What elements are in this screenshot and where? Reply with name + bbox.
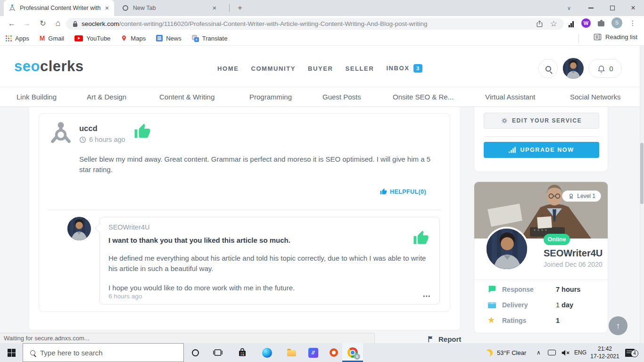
taskbar-search[interactable] xyxy=(23,343,184,362)
bookmark-translate[interactable]: Gx Translate xyxy=(192,35,228,42)
scroll-to-top-button[interactable]: ↑ xyxy=(609,316,627,335)
home-icon[interactable]: ⌂ xyxy=(52,17,64,30)
edit-service-label: EDIT YOUR SERVICE xyxy=(512,117,582,124)
browser-menu-icon[interactable]: ⋮ xyxy=(629,19,636,27)
nav-community[interactable]: COMMUNITY xyxy=(251,65,296,72)
seller-profile-card: Level 1 Online SEOWriter4U Joined Dec 06… xyxy=(474,181,608,333)
microsoft-store-button[interactable] xyxy=(232,343,253,362)
nav-home[interactable]: HOME xyxy=(217,65,239,72)
chrome-button-active[interactable]: S xyxy=(342,343,363,362)
bookmark-label: Apps xyxy=(15,35,29,42)
flag-icon xyxy=(427,335,435,343)
reply-paragraph: He defined me everything about his artic… xyxy=(108,253,427,274)
nav-inbox[interactable]: INBOX3 xyxy=(386,64,422,73)
window-close-button[interactable]: × xyxy=(622,0,644,16)
language-button[interactable]: ENG xyxy=(574,343,586,362)
gear-icon xyxy=(501,117,508,124)
app-slashes-button[interactable]: // xyxy=(303,343,323,362)
edit-service-button[interactable]: EDIT YOUR SERVICE xyxy=(484,113,599,129)
cortana-button[interactable] xyxy=(185,343,206,362)
category-guest-posts[interactable]: Guest Posts xyxy=(322,93,361,101)
back-icon[interactable]: ← xyxy=(6,17,18,30)
tray-device-button[interactable] xyxy=(548,343,556,362)
reviewer-avatar xyxy=(49,121,73,146)
user-avatar[interactable] xyxy=(563,58,584,79)
upgrade-now-button[interactable]: UPGRADE NOW xyxy=(484,142,599,158)
browser-tab-seoclerks[interactable]: Professinal Content Writer with A × xyxy=(4,0,114,16)
bookmark-star-icon[interactable]: ☆ xyxy=(550,19,557,29)
bookmark-apps[interactable]: Apps xyxy=(6,35,29,42)
browser-status-bar: Waiting for secure.adnxs.com... xyxy=(0,333,375,343)
category-onsite-seo[interactable]: Onsite SEO & Re... xyxy=(393,93,454,101)
extension-w-icon[interactable]: W xyxy=(581,18,591,28)
bookmark-gmail[interactable]: M Gmail xyxy=(40,34,65,42)
edge-icon xyxy=(262,348,272,358)
category-social-networks[interactable]: Social Networks xyxy=(570,93,621,101)
nav-buyer[interactable]: BUYER xyxy=(308,65,333,72)
divider xyxy=(48,210,441,210)
tab-close-icon[interactable]: × xyxy=(103,4,111,12)
tab-close-icon[interactable]: × xyxy=(210,4,219,12)
chrome-profile-badge: S xyxy=(354,354,360,360)
extensions-area: W S ⋮ xyxy=(569,17,636,28)
share-icon[interactable] xyxy=(536,20,544,28)
stat-label: Delivery xyxy=(502,301,528,309)
positive-rating-thumb-icon xyxy=(134,123,151,140)
address-bar[interactable]: seoclerk.com/content-writing/1116020/Pro… xyxy=(66,18,564,30)
reading-list-button[interactable]: Reading list xyxy=(594,33,637,41)
stat-label: Response xyxy=(502,286,534,293)
bell-icon xyxy=(597,64,606,73)
scrollbar-thumb[interactable] xyxy=(640,143,644,204)
youtube-icon xyxy=(74,35,83,41)
file-explorer-button[interactable] xyxy=(281,343,302,362)
taskbar-search-input[interactable] xyxy=(40,349,158,357)
helpful-button[interactable]: HELPFUL(0) xyxy=(380,188,426,195)
clock-button[interactable]: 21:42 17-12-2021 xyxy=(590,345,619,360)
tab-title: New Tab xyxy=(133,5,208,11)
window-minimize-button[interactable] xyxy=(580,0,602,16)
tab-search-chevron-icon[interactable]: ∨ xyxy=(558,0,580,16)
notifications-button[interactable]: 0 xyxy=(588,59,622,78)
report-button[interactable]: Report xyxy=(427,335,461,343)
category-content-writing[interactable]: Content & Writing xyxy=(159,93,215,101)
volume-muted-button[interactable] xyxy=(561,343,570,362)
bookmarks-bar: Apps M Gmail YouTube Maps News Gx Transl… xyxy=(0,31,644,46)
category-link-building[interactable]: Link Building xyxy=(17,93,57,101)
weather-button[interactable]: 53°F Clear xyxy=(486,343,526,362)
window-maximize-button[interactable] xyxy=(602,0,623,16)
reply-author[interactable]: SEOWriter4U xyxy=(108,223,431,231)
forward-icon[interactable]: → xyxy=(21,17,33,30)
bookmark-youtube[interactable]: YouTube xyxy=(74,35,110,42)
task-view-icon xyxy=(213,348,223,357)
store-icon xyxy=(238,348,247,357)
browser-profile-avatar[interactable]: S xyxy=(611,17,622,28)
nav-seller[interactable]: SELLER xyxy=(345,65,374,72)
reply-more-button[interactable]: ••• xyxy=(423,294,431,299)
office-button[interactable] xyxy=(323,343,344,362)
browser-tab-newtab[interactable]: New Tab × xyxy=(117,0,226,16)
bookmark-maps[interactable]: Maps xyxy=(121,34,146,42)
edge-button[interactable] xyxy=(256,343,277,362)
tray-chevron-icon[interactable]: ∧ xyxy=(537,343,541,362)
site-search-button[interactable] xyxy=(538,59,558,78)
category-virtual-assistant[interactable]: Virtual Assistant xyxy=(485,93,535,101)
new-tab-button[interactable]: + xyxy=(234,2,246,14)
category-art-design[interactable]: Art & Design xyxy=(87,93,126,101)
windows-taskbar: // S 53°F Clear ∧ ENG 21:42 17-12-2021 4 xyxy=(0,343,644,362)
positive-rating-thumb-icon xyxy=(413,230,429,246)
category-programming[interactable]: Programming xyxy=(249,93,292,101)
search-icon xyxy=(30,350,35,355)
reload-icon[interactable]: ↻ xyxy=(37,17,49,30)
logo-seo: seo xyxy=(14,58,40,74)
seller-name[interactable]: SEOWriter4U xyxy=(544,248,603,259)
bookmark-news[interactable]: News xyxy=(156,35,182,42)
task-view-button[interactable] xyxy=(207,343,228,362)
start-button[interactable] xyxy=(0,343,23,362)
review-card: uccd 6 hours ago Seller blew my mind awa… xyxy=(39,113,450,312)
extensions-puzzle-icon[interactable] xyxy=(598,21,604,26)
action-center-button[interactable]: 4 xyxy=(625,343,635,362)
seoclerks-logo[interactable]: seoclerks xyxy=(14,58,84,75)
extension-signal-icon[interactable] xyxy=(569,19,574,27)
reviewer-name[interactable]: uccd xyxy=(79,124,98,133)
stat-ratings: ★ Ratings 1 xyxy=(487,316,596,325)
